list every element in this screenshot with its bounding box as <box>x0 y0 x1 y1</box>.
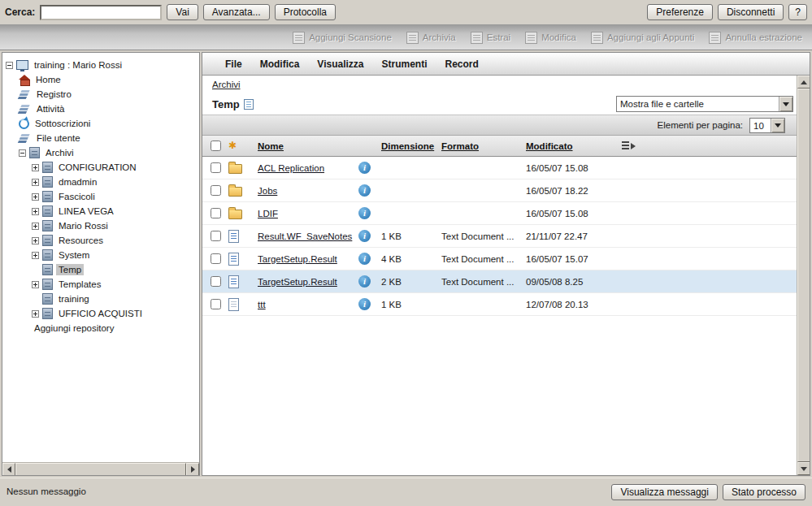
tree-item-archivi[interactable]: Archivi <box>2 145 199 160</box>
tree-item-label: Resources <box>56 235 106 246</box>
repository-tree: training : Mario RossiHomeRegistroAttivi… <box>2 52 200 476</box>
status-bar: Nessun messaggio Visualizza messaggi Sta… <box>0 478 812 506</box>
sort-by-format-header[interactable]: Formato <box>441 141 479 151</box>
expander-plus-icon[interactable] <box>32 281 39 288</box>
items-per-page-select[interactable]: 10 <box>749 118 785 133</box>
tree-item-templates[interactable]: Templates <box>2 277 199 292</box>
info-icon[interactable] <box>358 207 371 219</box>
menu-file[interactable]: File <box>225 58 242 70</box>
table-row: Result.WF_SaveNotes1 KBText Document ...… <box>202 225 810 248</box>
go-button[interactable]: Vai <box>167 4 198 20</box>
advanced-search-button[interactable]: Avanzata... <box>203 4 270 20</box>
tree-item-resources[interactable]: Resources <box>2 233 199 248</box>
tree-item-sottoscrizioni[interactable]: Sottoscrizioni <box>2 116 199 131</box>
search-input[interactable] <box>40 5 162 20</box>
file-name-link[interactable]: TargetSetup.Result <box>258 254 337 264</box>
tree-item-label: LINEA VEGA <box>56 205 116 217</box>
tree-item-system[interactable]: System <box>2 248 199 262</box>
column-settings-icon[interactable] <box>622 141 636 150</box>
tree-item-fascicoli[interactable]: Fascicoli <box>2 189 199 204</box>
file-name-link[interactable]: TargetSetup.Result <box>258 277 337 287</box>
preferences-button[interactable]: Preferenze <box>647 4 713 20</box>
info-icon[interactable] <box>358 230 371 242</box>
file-name-link[interactable]: Result.WF_SaveNotes <box>258 231 352 241</box>
tree-item-training-mario-rossi[interactable]: training : Mario Rossi <box>2 58 199 72</box>
toolbar-item-modifica[interactable]: Modifica <box>525 32 576 44</box>
expander-minus-icon[interactable] <box>6 62 13 69</box>
row-checkbox[interactable] <box>211 253 221 264</box>
info-icon[interactable] <box>358 253 371 265</box>
filter-select[interactable]: Mostra file e cartelle <box>616 96 793 112</box>
menu-strumenti[interactable]: Strumenti <box>381 58 427 70</box>
expander-minus-icon[interactable] <box>19 149 26 157</box>
tree-item-dmadmin[interactable]: dmadmin <box>2 175 199 189</box>
row-checkbox[interactable] <box>211 231 221 241</box>
expander-plus-icon[interactable] <box>32 237 39 244</box>
toolbar-item-estrai[interactable]: Estrai <box>471 32 510 44</box>
horizontal-scrollbar-thumb[interactable] <box>15 463 186 476</box>
edit-icon <box>525 32 537 44</box>
object-type-column-icon[interactable] <box>228 141 237 151</box>
tree-horizontal-scrollbar[interactable] <box>2 462 199 475</box>
tree-item-linea-vega[interactable]: LINEA VEGA <box>2 204 199 218</box>
view-messages-button[interactable]: Visualizza messaggi <box>611 484 718 500</box>
tree-item-training[interactable]: training <box>2 292 199 306</box>
size-cell: 1 KB <box>380 300 440 309</box>
breadcrumb-link-archivi[interactable]: Archivi <box>212 80 241 89</box>
object-info-icon[interactable] <box>244 99 254 110</box>
sort-by-size-header[interactable]: Dimensione <box>381 141 434 151</box>
menu-record[interactable]: Record <box>445 58 479 70</box>
scroll-right-button[interactable] <box>186 463 199 476</box>
tree-item-label: Fascicoli <box>56 191 98 202</box>
toolbar-item-aggiungi-agli-appunti[interactable]: Aggiungi agli Appunti <box>591 32 694 44</box>
tree-item-home[interactable]: Home <box>2 72 199 87</box>
toolbar-item-aggiungi-scansione[interactable]: Aggiungi Scansione <box>293 32 392 44</box>
expander-plus-icon[interactable] <box>32 223 39 230</box>
help-button[interactable]: ? <box>788 4 807 20</box>
folder-name-link[interactable]: LDIF <box>258 209 278 218</box>
tree-item-file-utente[interactable]: File utente <box>2 131 199 145</box>
tree-item-ufficio-acquisti[interactable]: UFFICIO ACQUISTI <box>2 306 199 321</box>
process-status-button[interactable]: Stato processo <box>723 484 805 500</box>
add-repository-link[interactable]: Aggiungi repository <box>2 321 199 335</box>
expander-plus-icon[interactable] <box>32 252 39 259</box>
sort-by-modified-header[interactable]: Modificato <box>526 141 573 151</box>
row-checkbox[interactable] <box>211 208 221 218</box>
expander-plus-icon[interactable] <box>32 164 39 171</box>
tree-item-attivit[interactable]: Attività <box>2 102 199 116</box>
scroll-down-button[interactable] <box>797 462 810 475</box>
menu-modifica[interactable]: Modifica <box>260 58 300 70</box>
row-checkbox[interactable] <box>211 299 221 309</box>
menu-visualizza[interactable]: Visualizza <box>317 58 363 70</box>
row-checkbox[interactable] <box>211 162 221 173</box>
expander-plus-icon[interactable] <box>32 179 39 186</box>
vertical-scrollbar[interactable] <box>797 76 810 475</box>
protocol-button[interactable]: Protocolla <box>275 4 336 20</box>
expander-plus-icon[interactable] <box>32 208 39 215</box>
info-icon[interactable] <box>358 184 371 197</box>
tree-item-mario-rossi[interactable]: Mario Rossi <box>2 218 199 233</box>
info-icon[interactable] <box>358 298 371 310</box>
sort-by-name-header[interactable]: Nome <box>258 141 284 151</box>
archive-icon <box>406 32 419 44</box>
select-all-checkbox[interactable] <box>211 141 221 151</box>
toolbar-item-archivia[interactable]: Archivia <box>406 32 456 44</box>
expander-plus-icon[interactable] <box>32 193 39 201</box>
row-checkbox[interactable] <box>211 185 221 196</box>
toolbar-item-annulla-estrazione[interactable]: Annulla estrazione <box>709 32 802 44</box>
info-icon[interactable] <box>358 275 371 288</box>
file-name-link[interactable]: ttt <box>258 300 266 309</box>
tree-item-registro[interactable]: Registro <box>2 87 199 102</box>
scroll-up-button[interactable] <box>797 76 810 89</box>
cabinet-icon <box>42 279 53 290</box>
info-icon[interactable] <box>358 162 371 174</box>
vertical-scrollbar-thumb[interactable] <box>797 89 810 462</box>
disconnect-button[interactable]: Disconnetti <box>718 4 784 20</box>
tree-item-temp[interactable]: Temp <box>2 262 199 277</box>
scroll-left-button[interactable] <box>2 463 15 476</box>
row-checkbox[interactable] <box>211 276 221 287</box>
folder-name-link[interactable]: ACL Replication <box>258 163 324 173</box>
expander-plus-icon[interactable] <box>32 310 39 318</box>
folder-name-link[interactable]: Jobs <box>258 186 277 196</box>
tree-item-configuration[interactable]: CONFIGURATION <box>2 160 199 175</box>
